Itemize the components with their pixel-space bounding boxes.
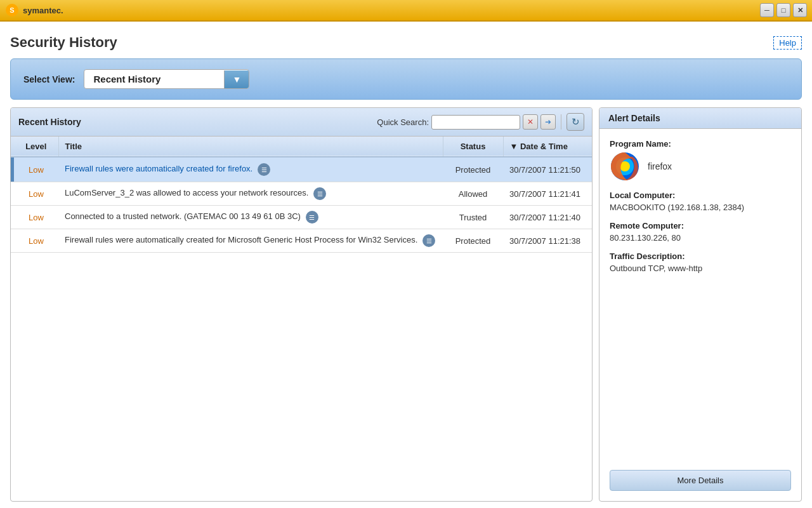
app-title: symantec. xyxy=(23,6,63,15)
level-column-header[interactable]: Level xyxy=(14,137,58,157)
program-name-value: firefox xyxy=(648,161,672,171)
row-detail-icon[interactable]: ☰ xyxy=(306,211,318,224)
page-title: Security History xyxy=(10,34,117,51)
search-clear-button[interactable]: ✕ xyxy=(523,114,538,130)
row-detail-icon[interactable]: ☰ xyxy=(313,187,326,200)
status-cell: Allowed xyxy=(443,182,503,206)
history-panel-header: Recent History Quick Search: ✕ ➜ ↻ xyxy=(11,108,592,137)
traffic-description-label: Traffic Description: xyxy=(610,251,791,261)
table-row[interactable]: LowConnected to a trusted network. (GATE… xyxy=(11,206,592,229)
table-header-row: Level Title Status ▼ Date & Time xyxy=(11,137,592,157)
level-cell: Low xyxy=(14,182,58,206)
history-panel: Recent History Quick Search: ✕ ➜ ↻ xyxy=(10,107,593,502)
page-header: Security History Help xyxy=(10,28,802,58)
row-detail-icon[interactable]: ☰ xyxy=(258,163,270,176)
select-view-label: Select View: xyxy=(23,74,75,84)
local-computer-value: MACBOOKITO (192.168.1.38, 2384) xyxy=(610,203,791,212)
title-bar: S symantec. ─ □ ✕ xyxy=(0,0,812,22)
title-cell: Connected to a trusted network. (GATEMAC… xyxy=(58,206,443,229)
table-row[interactable]: LowFirewall rules were automatically cre… xyxy=(11,229,592,253)
remote-computer-value: 80.231.130.226, 80 xyxy=(610,233,791,243)
help-link[interactable]: Help xyxy=(773,36,802,50)
content-area: Security History Help Select View: Recen… xyxy=(0,22,812,508)
symantec-logo-icon: S xyxy=(5,3,19,17)
title-column-header[interactable]: Title xyxy=(58,137,443,157)
more-details-button[interactable]: More Details xyxy=(610,470,791,491)
remote-computer-label: Remote Computer: xyxy=(610,221,791,231)
status-cell: Protected xyxy=(443,157,503,182)
main-window: S symantec. ─ □ ✕ Security History Help … xyxy=(0,0,812,508)
datetime-cell: 30/7/2007 11:21:40 xyxy=(503,206,592,229)
table-row[interactable]: LowLuComServer_3_2 was allowed to access… xyxy=(11,182,592,206)
status-cell: Trusted xyxy=(443,206,503,229)
alert-panel-header: Alert Details xyxy=(599,108,801,129)
level-cell: Low xyxy=(14,157,58,182)
datetime-cell: 30/7/2007 11:21:38 xyxy=(503,229,592,253)
close-button[interactable]: ✕ xyxy=(793,3,807,17)
program-row: firefox xyxy=(610,151,791,182)
history-panel-title: Recent History xyxy=(18,117,81,127)
alert-panel-body: Program Name: firefox Local Computer: xyxy=(599,129,801,464)
title-cell[interactable]: Firewall rules were automatically create… xyxy=(58,157,443,182)
traffic-description-value: Outbound TCP, www-http xyxy=(610,264,791,273)
select-view-bar: Select View: Recent History ▼ xyxy=(10,58,802,100)
view-dropdown[interactable]: Recent History ▼ xyxy=(84,69,249,89)
datetime-cell: 30/7/2007 11:21:41 xyxy=(503,182,592,206)
view-dropdown-value: Recent History xyxy=(84,70,224,88)
quick-search-area: Quick Search: ✕ ➜ ↻ xyxy=(377,113,584,131)
status-column-header[interactable]: Status xyxy=(443,137,503,157)
window-controls: ─ □ ✕ xyxy=(760,3,807,17)
datetime-column-header[interactable]: ▼ Date & Time xyxy=(503,137,592,157)
alert-panel: Alert Details Program Name: firefox xyxy=(599,107,802,502)
title-cell: LuComServer_3_2 was allowed to access yo… xyxy=(58,182,443,206)
maximize-button[interactable]: □ xyxy=(776,3,790,17)
refresh-button[interactable]: ↻ xyxy=(566,113,584,131)
level-cell: Low xyxy=(14,206,58,229)
level-cell: Low xyxy=(14,229,58,253)
alert-panel-title: Alert Details xyxy=(608,113,660,123)
title-cell: Firewall rules were automatically create… xyxy=(58,229,443,253)
firefox-icon xyxy=(610,151,640,182)
logo-area: S symantec. xyxy=(5,3,63,17)
history-table-container: Level Title Status ▼ Date & Time LowFire… xyxy=(11,137,592,501)
program-name-label: Program Name: xyxy=(610,139,791,149)
svg-text:S: S xyxy=(10,6,14,14)
row-detail-icon[interactable]: ☰ xyxy=(422,234,435,247)
status-cell: Protected xyxy=(443,229,503,253)
local-computer-label: Local Computer: xyxy=(610,190,791,200)
search-input[interactable] xyxy=(431,115,520,130)
main-panels: Recent History Quick Search: ✕ ➜ ↻ xyxy=(10,107,802,502)
table-row[interactable]: LowFirewall rules were automatically cre… xyxy=(11,157,592,182)
datetime-cell: 30/7/2007 11:21:50 xyxy=(503,157,592,182)
view-dropdown-arrow-icon[interactable]: ▼ xyxy=(224,70,249,88)
minimize-button[interactable]: ─ xyxy=(760,3,774,17)
history-table: Level Title Status ▼ Date & Time LowFire… xyxy=(11,137,592,253)
search-go-button[interactable]: ➜ xyxy=(540,114,556,130)
quick-search-label: Quick Search: xyxy=(377,117,429,127)
